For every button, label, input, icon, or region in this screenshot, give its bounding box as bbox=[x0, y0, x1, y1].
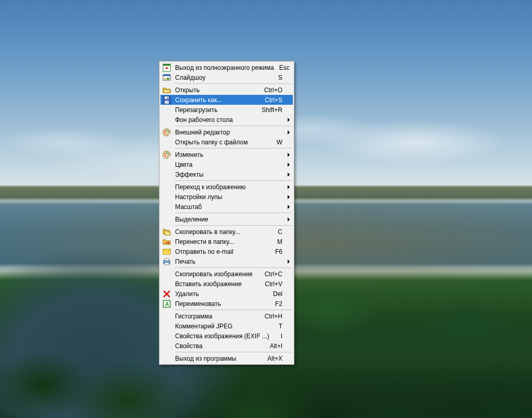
menu-item-move-to-folder[interactable]: Перенести в папку...M bbox=[160, 237, 293, 247]
svg-point-12 bbox=[168, 130, 169, 132]
menu-item-label: Выделение bbox=[175, 216, 282, 223]
menu-item-shortcut: S bbox=[273, 74, 282, 81]
menu-item-shortcut: Alt+I bbox=[265, 342, 282, 350]
menu-item-exit-fullscreen[interactable]: Выход из полноэкранного режимаEsc bbox=[160, 63, 293, 72]
menu-item-shortcut: Ctrl+O bbox=[259, 87, 282, 94]
svg-rect-1 bbox=[163, 64, 170, 66]
svg-point-4 bbox=[164, 78, 166, 80]
menu-item-shortcut: T bbox=[274, 323, 282, 330]
delete-icon bbox=[163, 290, 171, 298]
menu-item-label: Удалить bbox=[175, 290, 268, 298]
menu-item-shortcut: Del bbox=[268, 290, 282, 298]
menu-item-colors[interactable]: Цвета bbox=[160, 159, 293, 169]
menu-item-zoom[interactable]: Масштаб bbox=[160, 202, 293, 212]
chevron-right-icon bbox=[288, 205, 290, 209]
menu-item-print[interactable]: Печать bbox=[160, 256, 293, 266]
menu-item-shortcut: M bbox=[272, 238, 282, 245]
menu-item-exit[interactable]: Выход из программыAlt+X bbox=[160, 353, 293, 363]
menu-item-shortcut: Esc bbox=[274, 64, 290, 71]
chevron-right-icon bbox=[288, 217, 290, 222]
menu-item-goto-image[interactable]: Переход к изображению bbox=[160, 182, 293, 192]
menu-item-label: Вставить изображение bbox=[175, 280, 259, 288]
menu-item-label: Сохранить как... bbox=[175, 96, 259, 104]
menu-item-label: Цвета bbox=[175, 161, 282, 168]
menu-item-shortcut: Ctrl+S bbox=[259, 96, 282, 104]
chevron-right-icon bbox=[288, 173, 290, 177]
menu-separator bbox=[175, 310, 292, 310]
menu-item-shortcut: Ctrl+V bbox=[259, 280, 282, 288]
menu-item-label: Перезагрузить bbox=[175, 106, 256, 114]
menu-item-shortcut: W bbox=[271, 139, 282, 146]
menu-item-reload[interactable]: ПерезагрузитьShift+R bbox=[160, 105, 293, 115]
svg-point-11 bbox=[166, 129, 168, 131]
svg-rect-3 bbox=[163, 75, 170, 76]
menu-item-label: Гистограмма bbox=[175, 313, 259, 320]
menu-item-save-as[interactable]: Сохранить как...Ctrl+S bbox=[160, 95, 293, 105]
fullscreen-exit-icon bbox=[163, 64, 171, 72]
context-menu[interactable]: Выход из полноэкранного режимаEscСлайдшо… bbox=[159, 61, 294, 365]
menu-item-open-folder[interactable]: Открыть папку с файломW bbox=[160, 137, 293, 147]
menu-item-jpeg-comment[interactable]: Комментарий JPEGT bbox=[160, 321, 293, 331]
menu-item-props[interactable]: СвойстваAlt+I bbox=[160, 341, 293, 351]
menu-item-selection[interactable]: Выделение bbox=[160, 214, 293, 224]
svg-point-16 bbox=[168, 153, 169, 154]
menu-item-image-props[interactable]: Свойства изображения (EXIF ...)I bbox=[160, 331, 293, 341]
menu-item-shortcut: C bbox=[273, 228, 282, 236]
menu-item-label: Переименовать bbox=[175, 300, 270, 308]
menu-item-label: Отправить по e-mail bbox=[175, 248, 270, 255]
svg-rect-20 bbox=[165, 259, 169, 261]
menu-item-shortcut: I bbox=[276, 333, 282, 340]
copy-folder-icon bbox=[163, 228, 171, 236]
menu-item-external-editor[interactable]: Внешний редактор bbox=[160, 127, 293, 137]
menu-item-label: Выход из полноэкранного режима bbox=[175, 64, 274, 71]
menu-item-label: Скопировать изображение bbox=[175, 271, 259, 278]
svg-point-10 bbox=[165, 130, 166, 132]
menu-item-edit[interactable]: Изменить bbox=[160, 150, 293, 159]
menu-item-label: Внешний редактор bbox=[175, 129, 282, 136]
menu-item-shortcut: Ctrl+C bbox=[259, 271, 282, 278]
menu-separator bbox=[175, 213, 292, 213]
menu-item-paste-image[interactable]: Вставить изображениеCtrl+V bbox=[160, 279, 293, 289]
menu-separator bbox=[175, 225, 292, 226]
chevron-right-icon bbox=[288, 163, 290, 167]
menu-item-label: Фон рабочего стола bbox=[175, 116, 282, 124]
menu-item-effects[interactable]: Эффекты bbox=[160, 169, 293, 179]
svg-rect-22 bbox=[164, 300, 170, 307]
menu-item-shortcut: Shift+R bbox=[256, 106, 282, 114]
menu-separator bbox=[175, 267, 292, 268]
menu-item-label: Свойства изображения (EXIF ...) bbox=[175, 333, 276, 340]
menu-item-copy-image[interactable]: Скопировать изображениеCtrl+C bbox=[160, 269, 293, 279]
chevron-right-icon bbox=[288, 130, 290, 134]
palette-icon bbox=[163, 128, 171, 137]
menu-item-label: Эффекты bbox=[175, 171, 282, 178]
menu-item-magnifier[interactable]: Настройки лупы bbox=[160, 192, 293, 202]
slideshow-icon bbox=[163, 73, 171, 82]
menu-item-copy-to-folder[interactable]: Скопировать в папку...C bbox=[160, 227, 293, 237]
svg-rect-8 bbox=[165, 101, 169, 104]
menu-item-shortcut: Ctrl+H bbox=[259, 313, 282, 320]
rename-icon bbox=[163, 300, 171, 308]
menu-item-send-email[interactable]: Отправить по e-mailF6 bbox=[160, 247, 293, 256]
menu-separator bbox=[175, 148, 292, 149]
save-icon bbox=[163, 96, 171, 104]
svg-rect-21 bbox=[165, 263, 169, 265]
svg-point-15 bbox=[166, 152, 168, 153]
menu-separator bbox=[175, 83, 292, 84]
menu-item-slideshow[interactable]: СлайдшоуS bbox=[160, 72, 293, 82]
palette-icon bbox=[163, 151, 171, 159]
menu-item-histogram[interactable]: ГистограммаCtrl+H bbox=[160, 311, 293, 321]
menu-item-label: Печать bbox=[175, 258, 282, 265]
menu-item-label: Свойства bbox=[175, 342, 265, 350]
menu-item-open[interactable]: ОткрытьCtrl+O bbox=[160, 85, 293, 95]
svg-rect-5 bbox=[167, 78, 169, 80]
menu-item-label: Настройки лупы bbox=[175, 193, 282, 201]
move-folder-icon bbox=[163, 238, 171, 246]
menu-item-wallpaper[interactable]: Фон рабочего стола bbox=[160, 115, 293, 125]
menu-item-label: Перенести в папку... bbox=[175, 238, 272, 245]
menu-item-label: Открыть bbox=[175, 87, 259, 94]
menu-item-rename[interactable]: ПереименоватьF2 bbox=[160, 299, 293, 309]
menu-item-label: Изменить bbox=[175, 151, 282, 158]
menu-item-label: Слайдшоу bbox=[175, 74, 273, 81]
menu-item-label: Переход к изображению bbox=[175, 183, 282, 191]
menu-item-delete[interactable]: УдалитьDel bbox=[160, 289, 293, 299]
